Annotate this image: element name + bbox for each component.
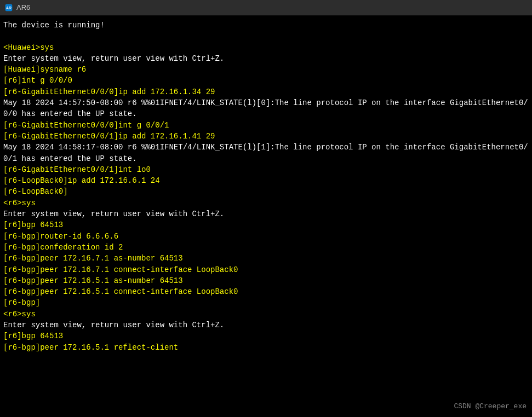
svg-text:AR: AR [6,6,12,10]
terminal-window[interactable]: The device is running! <Huawei>sys Enter… [0,15,532,417]
app-icon: AR [4,3,13,12]
title-bar: AR AR6 [0,0,532,15]
terminal-content: The device is running! <Huawei>sys Enter… [3,20,529,353]
window-title: AR6 [16,3,30,11]
watermark: CSDN @Creeper_exe [454,402,527,410]
